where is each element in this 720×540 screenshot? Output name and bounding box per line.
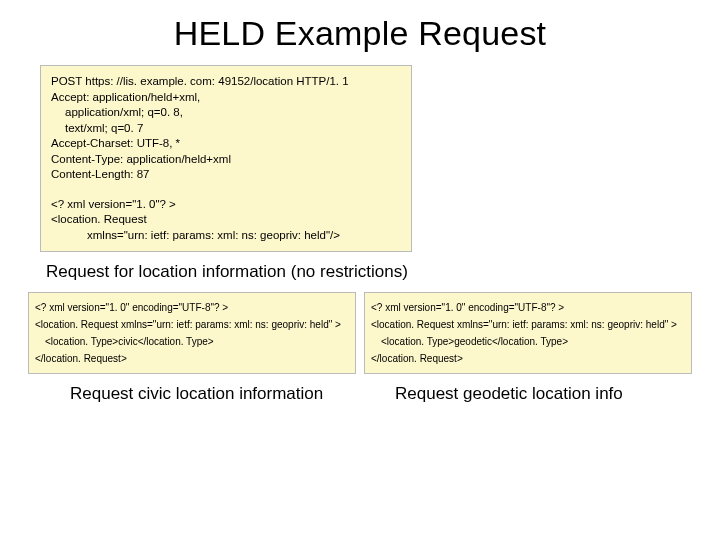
slide: HELD Example Request POST https: //lis. … (0, 0, 720, 540)
code-block-main: POST https: //lis. example. com: 49152/l… (40, 65, 412, 252)
code-line: <? xml version="1. 0" encoding="UTF-8"? … (35, 299, 349, 316)
code-line: application/xml; q=0. 8, (51, 105, 401, 121)
code-block-geodetic: <? xml version="1. 0" encoding="UTF-8"? … (364, 292, 692, 374)
code-line: Content-Type: application/held+xml (51, 152, 401, 168)
code-line: <location. Request xmlns="urn: ietf: par… (35, 316, 349, 333)
blank-line (51, 183, 401, 197)
code-line: <location. Type>civic</location. Type> (35, 333, 349, 350)
code-line: <? xml version="1. 0"? > (51, 197, 401, 213)
code-line: text/xml; q=0. 7 (51, 121, 401, 137)
code-line: <location. Request xmlns="urn: ietf: par… (371, 316, 685, 333)
code-line: </location. Request> (35, 350, 349, 367)
code-line: xmlns="urn: ietf: params: xml: ns: geopr… (51, 228, 401, 244)
bottom-captions: Request civic location information Reque… (28, 384, 692, 404)
page-title: HELD Example Request (28, 14, 692, 53)
code-line: <location. Request (51, 212, 401, 228)
code-line: <location. Type>geodetic</location. Type… (371, 333, 685, 350)
code-line: Accept-Charset: UTF-8, * (51, 136, 401, 152)
code-line: </location. Request> (371, 350, 685, 367)
two-column-row: <? xml version="1. 0" encoding="UTF-8"? … (28, 292, 692, 374)
caption-civic: Request civic location information (28, 384, 367, 404)
code-line: <? xml version="1. 0" encoding="UTF-8"? … (371, 299, 685, 316)
code-line: Content-Length: 87 (51, 167, 401, 183)
subtitle-no-restrictions: Request for location information (no res… (46, 262, 692, 282)
caption-geodetic: Request geodetic location info (367, 384, 692, 404)
code-line: POST https: //lis. example. com: 49152/l… (51, 74, 401, 90)
code-line: Accept: application/held+xml, (51, 90, 401, 106)
code-block-civic: <? xml version="1. 0" encoding="UTF-8"? … (28, 292, 356, 374)
